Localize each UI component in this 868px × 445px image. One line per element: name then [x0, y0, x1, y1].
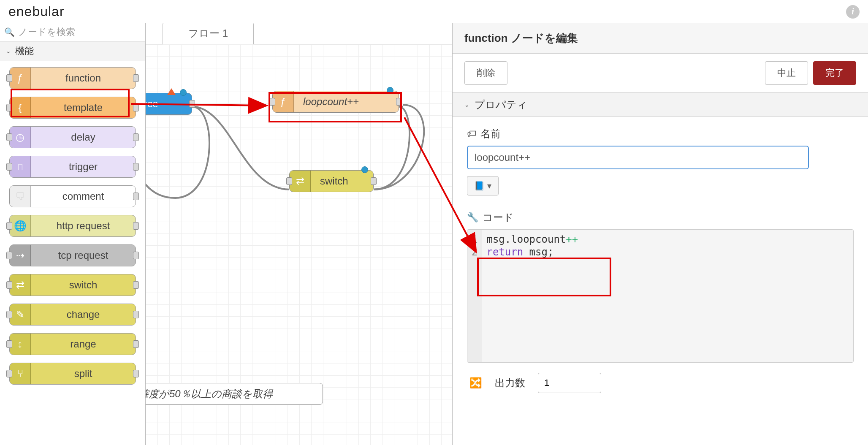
- cancel-button[interactable]: 中止: [765, 61, 808, 85]
- palette-node-function[interactable]: ƒfunction: [9, 67, 136, 89]
- range-icon: ↕: [10, 334, 31, 355]
- palette-node-tcp[interactable]: ⇢tcp request: [9, 244, 136, 266]
- outputs-field: 🔀 出力数: [467, 373, 854, 393]
- flow-node-label: 確度が50％以上の商談を取得: [146, 387, 282, 401]
- flow-node-loopcount[interactable]: ƒ loopcount++: [272, 91, 399, 113]
- node-port-out[interactable]: [133, 133, 139, 141]
- palette-node-template[interactable]: {template: [9, 97, 136, 119]
- search-icon: 🔍: [4, 27, 15, 37]
- flow-canvas-wrap: フロー 1 orce ƒ loopcount++: [146, 23, 452, 445]
- caret-down-icon: ▾: [487, 181, 491, 191]
- node-port-out[interactable]: [133, 340, 139, 348]
- node-port-in[interactable]: [6, 74, 12, 82]
- node-port-out[interactable]: [133, 370, 139, 377]
- name-input[interactable]: [467, 146, 809, 169]
- switch-icon: ⇄: [10, 274, 31, 296]
- changed-indicator-icon: [180, 89, 187, 96]
- code-editor[interactable]: 1 2 msg.loopcount++ return msg;: [467, 229, 854, 363]
- info-icon[interactable]: i: [846, 5, 860, 19]
- editor-panel: function ノードを編集 削除 中止 完了 ⌄ プロパティ 🏷 名前: [452, 23, 868, 445]
- node-port-in[interactable]: [6, 163, 12, 171]
- node-port-in[interactable]: [286, 177, 292, 185]
- node-port-out[interactable]: [133, 74, 139, 82]
- node-port-in[interactable]: [6, 370, 12, 377]
- flow-node-switch[interactable]: ⇄ switch: [289, 170, 374, 192]
- node-port-in[interactable]: [6, 222, 12, 230]
- trigger-icon: ⎍: [10, 156, 31, 177]
- palette-node-switch[interactable]: ⇄switch: [9, 274, 136, 296]
- split-icon: ⑂: [10, 363, 31, 384]
- node-port-in[interactable]: [6, 281, 12, 289]
- palette-node-delay[interactable]: ◷delay: [9, 126, 136, 148]
- editor-title: function ノードを編集: [453, 23, 868, 54]
- delay-icon: ◷: [10, 127, 31, 148]
- palette-node-label: trigger: [31, 161, 136, 173]
- palette-node-label: http request: [31, 220, 136, 232]
- flow-node-label: loopcount++: [294, 96, 368, 108]
- flow-node-orce[interactable]: orce: [146, 93, 192, 115]
- palette-node-comment[interactable]: 🗨comment: [9, 185, 136, 207]
- node-port-in[interactable]: [6, 133, 12, 141]
- node-port-out[interactable]: [396, 98, 402, 106]
- delete-button[interactable]: 削除: [464, 61, 507, 85]
- app-logo: enebular: [8, 4, 65, 19]
- comment-icon: 🗨: [10, 186, 31, 207]
- node-port-out[interactable]: [133, 281, 139, 289]
- code-field-label: 🔧 コード: [467, 211, 854, 224]
- done-button[interactable]: 完了: [813, 61, 856, 85]
- palette-node-http[interactable]: 🌐http request: [9, 215, 136, 237]
- node-port-in[interactable]: [6, 311, 12, 318]
- changed-indicator-icon: [387, 87, 393, 94]
- node-port-out[interactable]: [133, 193, 139, 200]
- shuffle-icon: 🔀: [469, 377, 482, 389]
- editor-section-header[interactable]: ⌄ プロパティ: [453, 92, 868, 117]
- palette-node-label: split: [31, 368, 136, 380]
- palette-node-label: tcp request: [31, 250, 136, 261]
- palette-node-range[interactable]: ↕range: [9, 333, 136, 355]
- palette-node-label: change: [31, 309, 136, 320]
- node-port-out[interactable]: [133, 222, 139, 230]
- palette-search[interactable]: 🔍: [0, 23, 145, 41]
- palette-node-label: comment: [31, 190, 136, 202]
- outputs-input[interactable]: [538, 373, 601, 393]
- node-palette: 🔍 ⌄ 機能 ƒfunction{template◷delay⎍trigger🗨…: [0, 23, 146, 445]
- palette-node-label: switch: [31, 279, 136, 291]
- book-icon: 📘: [474, 181, 485, 191]
- palette-node-change[interactable]: ✎change: [9, 304, 136, 326]
- node-port-out[interactable]: [133, 311, 139, 318]
- flow-canvas[interactable]: orce ƒ loopcount++ ⇄ switch: [146, 44, 452, 445]
- palette-node-label: function: [31, 72, 136, 84]
- tab-flow1[interactable]: フロー 1: [163, 23, 254, 44]
- palette-node-label: delay: [31, 131, 136, 143]
- tag-icon: 🏷: [467, 128, 476, 139]
- search-input[interactable]: [18, 27, 141, 38]
- node-port-in[interactable]: [6, 252, 12, 259]
- chevron-down-icon: ⌄: [6, 48, 11, 54]
- app-header: enebular i: [0, 0, 868, 23]
- flow-node-label: switch: [311, 175, 358, 187]
- editor-toolbar: 削除 中止 完了: [453, 54, 868, 92]
- node-port-out[interactable]: [189, 100, 195, 108]
- change-icon: ✎: [10, 304, 31, 325]
- node-port-out[interactable]: [133, 163, 139, 171]
- palette-node-label: range: [31, 338, 136, 350]
- flow-node-label: orce: [146, 98, 168, 110]
- name-field-label: 🏷 名前: [467, 127, 854, 141]
- switch-icon: ⇄: [290, 171, 311, 192]
- wrench-icon: 🔧: [467, 212, 478, 223]
- code-content[interactable]: msg.loopcount++ return msg;: [482, 230, 853, 362]
- node-port-out[interactable]: [371, 177, 377, 185]
- palette-node-trigger[interactable]: ⎍trigger: [9, 156, 136, 178]
- node-port-in[interactable]: [6, 340, 12, 348]
- function-icon: ƒ: [273, 91, 294, 112]
- node-port-out[interactable]: [133, 252, 139, 259]
- node-port-out[interactable]: [133, 104, 139, 111]
- node-port-in[interactable]: [6, 104, 12, 111]
- palette-category-label: 機能: [15, 45, 34, 57]
- library-button[interactable]: 📘 ▾: [467, 176, 499, 195]
- palette-node-split[interactable]: ⑂split: [9, 363, 136, 385]
- flow-node-comment[interactable]: 確度が50％以上の商談を取得: [146, 383, 323, 405]
- template-icon: {: [10, 97, 31, 118]
- palette-category-header[interactable]: ⌄ 機能: [0, 41, 145, 61]
- node-port-in[interactable]: [269, 98, 275, 106]
